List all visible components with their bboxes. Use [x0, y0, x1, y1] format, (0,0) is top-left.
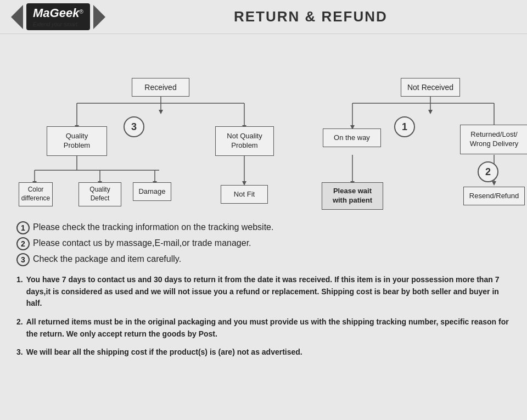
flowchart: Received 3 Quality Problem Not Quality P… [16, 40, 511, 215]
logo-tagline: Extend your smart [33, 21, 83, 27]
node-quality-defect: Quality Defect [79, 182, 121, 206]
policy-text-3: We will bear all the shipping cost if th… [26, 346, 302, 359]
policy-num-2: 2. [16, 316, 23, 328]
instruction-num-1: 1 [16, 221, 30, 234]
node-not-received: Not Received [401, 78, 460, 97]
instructions-section: 1 Please check the tracking information … [16, 221, 511, 266]
node-color-difference: Color difference [19, 182, 53, 206]
logo-text: MaGeek [33, 6, 79, 20]
node-received: Received [132, 78, 189, 97]
svg-marker-27 [428, 110, 433, 114]
node-not-quality-problem: Not Quality Problem [215, 126, 274, 156]
svg-marker-20 [159, 110, 163, 114]
circle-1: 1 [394, 116, 415, 137]
policy-item-1: 1. You have 7 days to contact us and 30 … [16, 274, 511, 310]
node-on-the-way: On the way [323, 128, 381, 147]
node-please-wait: Please wait with patient [322, 182, 383, 210]
policy-section: 1. You have 7 days to contact us and 30 … [16, 274, 511, 359]
policy-text-2: All returned items must be in the origin… [26, 316, 511, 340]
main-content: Received 3 Quality Problem Not Quality P… [0, 34, 527, 373]
svg-marker-31 [492, 181, 496, 186]
node-not-fit: Not Fit [221, 185, 268, 204]
logo-reg: ® [79, 9, 83, 15]
instruction-1: 1 Please check the tracking information … [16, 221, 511, 234]
logo-left-arrow-icon [11, 5, 23, 29]
logo-box: MaGeek® Extend your smart [26, 3, 90, 30]
circle-2: 2 [478, 161, 498, 182]
node-returned-lost: Returned/Lost/ Wrong Delivery [460, 125, 527, 154]
logo-right-arrow-icon [93, 5, 105, 29]
policy-num-1: 1. [16, 274, 23, 286]
policy-text-1: You have 7 days to contact us and 30 day… [26, 274, 511, 310]
page-header: MaGeek® Extend your smart RETURN & REFUN… [0, 0, 527, 34]
instruction-text-1: Please check the tracking information on… [33, 221, 273, 234]
instruction-3: 3 Check the package and item carefully. [16, 253, 511, 266]
policy-num-3: 3. [16, 346, 23, 359]
instruction-text-2: Please contact us by massage,E-mail,or t… [33, 237, 251, 250]
page-title: RETURN & REFUND [105, 8, 516, 25]
node-damage: Damage [133, 182, 171, 201]
node-quality-problem: Quality Problem [47, 126, 107, 156]
node-resend-refund: Resend/Refund [463, 187, 525, 205]
logo-area: MaGeek® Extend your smart [11, 3, 105, 30]
svg-marker-0 [11, 5, 23, 29]
instruction-2: 2 Please contact us by massage,E-mail,or… [16, 237, 511, 250]
svg-marker-1 [93, 5, 105, 29]
circle-3: 3 [124, 116, 144, 137]
instruction-num-3: 3 [16, 253, 30, 266]
instruction-num-2: 2 [16, 237, 30, 250]
policy-item-3: 3. We will bear all the shipping cost if… [16, 346, 511, 359]
instruction-text-3: Check the package and item carefully. [33, 253, 181, 266]
policy-item-2: 2. All returned items must be in the ori… [16, 316, 511, 340]
